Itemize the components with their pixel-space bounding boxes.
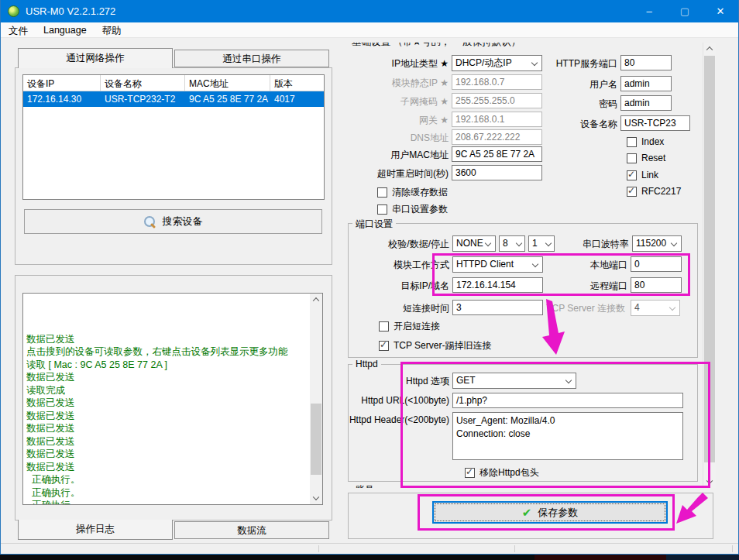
maximize-button[interactable]: ▢ (667, 0, 703, 22)
tcp-conn-count-select[interactable]: 4 (631, 300, 680, 316)
col-version[interactable]: 版本 (270, 75, 309, 91)
port-settings-title: 端口设置 (352, 218, 396, 231)
checkbox-icon[interactable] (627, 187, 637, 197)
tab-data-stream[interactable]: 数据流 (174, 521, 329, 539)
log-line: 数据已发送 (26, 333, 308, 346)
ip-type-label: IP地址类型 ★ (343, 57, 449, 70)
parity-select[interactable]: NONE (452, 235, 496, 252)
reboot-time-label: 超时重启时间(秒) (343, 167, 449, 180)
status-separator (514, 545, 515, 552)
tab-serial-operation[interactable]: 通过串口操作 (174, 50, 329, 67)
chevron-down-icon (545, 240, 552, 246)
password-field[interactable]: admin (620, 95, 672, 111)
menu-bar: 文件 Language 帮助 (1, 22, 738, 38)
chevron-down-icon (516, 240, 522, 246)
device-table-header[interactable]: 设备IP 设备名称 MAC地址 版本 (23, 75, 324, 91)
http-port-label: HTTP服务端口 (497, 57, 617, 70)
col-device-ip[interactable]: 设备IP (23, 75, 101, 91)
mac-label: 用户MAC地址 (343, 149, 449, 162)
log-line: 正确执行。 (26, 486, 308, 500)
chevron-down-icon (485, 240, 491, 246)
reset-checkbox[interactable]: Reset (627, 153, 665, 163)
settings-scroll-up[interactable] (703, 43, 716, 55)
col-mac[interactable]: MAC地址 (185, 75, 270, 91)
minimize-button[interactable]: – (631, 0, 667, 22)
clear-cache-label: 清除缓存数据 (392, 186, 448, 199)
status-bar (1, 543, 738, 554)
desktop-strip-red (534, 555, 666, 560)
status-separator (732, 545, 733, 552)
table-row-selected[interactable]: 172.16.14.30 USR-TCP232-T2 9C A5 25 8E 7… (23, 91, 324, 107)
menu-help[interactable]: 帮助 (95, 22, 129, 38)
index-checkbox[interactable]: Index (627, 136, 664, 147)
static-ip-label: 模块静态IP ★ (343, 77, 449, 90)
serial-setup-label: 串口设置参数 (392, 203, 448, 216)
log-scrollbar[interactable] (310, 294, 322, 504)
databits-select[interactable]: 8 (499, 235, 525, 252)
desktop: USR-M0 V2.2.1.272 – ▢ ✕ 文件 Language 帮助 通… (0, 0, 739, 560)
title-bar[interactable]: USR-M0 V2.2.1.272 – ▢ ✕ (1, 0, 738, 22)
baud-select[interactable]: 115200 (632, 235, 682, 252)
log-line: 读取 [ Mac : 9C A5 25 8E 77 2A ] (26, 359, 308, 372)
reset-label: Reset (641, 153, 665, 163)
chevron-down-icon (671, 240, 677, 246)
rfc2217-checkbox[interactable]: RFC2217 (627, 186, 681, 197)
checkbox-icon[interactable] (627, 170, 637, 180)
cell-version: 4017 (270, 91, 309, 107)
tab-operation-log[interactable]: 操作日志 (18, 520, 173, 540)
log-line: 数据已发送 (26, 397, 308, 410)
annotation-box-httpd (400, 362, 710, 488)
log-scroll-down[interactable] (310, 492, 322, 504)
serial-setup-checkbox[interactable]: 串口设置参数 (377, 203, 448, 216)
stopbits-select[interactable]: 1 (528, 235, 555, 252)
checkbox-icon[interactable] (377, 204, 387, 215)
link-checkbox[interactable]: Link (627, 170, 658, 180)
annotation-box-save (418, 494, 675, 531)
settings-panel: 基础设置 （带★号的， 一般保持默认） IP地址类型 ★ DHCP/动态IP 模… (342, 43, 716, 488)
window-title: USR-M0 V2.2.1.272 (26, 5, 115, 17)
kick-old-checkbox[interactable]: TCP Server-踢掉旧连接 (379, 339, 491, 352)
cell-mac: 9C A5 25 8E 77 2A (185, 91, 270, 107)
log-line: 点击搜到的设备可读取参数，右键点击设备列表显示更多功能 (26, 345, 308, 359)
dns-field[interactable]: 208.67.222.222 (452, 129, 542, 145)
status-separator (318, 545, 319, 552)
reboot-time-field[interactable]: 3600 (452, 165, 542, 180)
checkbox-icon[interactable] (627, 137, 637, 147)
log-scroll-up[interactable] (310, 294, 322, 306)
rfc2217-label: RFC2217 (641, 186, 681, 197)
log-line: 数据已发送 (26, 422, 308, 435)
next-section-label-clipped: 账号 (356, 483, 374, 488)
log-line: 数据已发送 (26, 448, 308, 461)
device-table[interactable]: 设备IP 设备名称 MAC地址 版本 172.16.14.30 USR-TCP2… (22, 74, 325, 200)
mac-field[interactable]: 9C A5 25 8E 77 2A (452, 146, 542, 162)
chevron-down-icon (669, 304, 675, 311)
link-label: Link (641, 170, 658, 180)
col-device-name[interactable]: 设备名称 (101, 75, 185, 91)
short-conn-checkbox[interactable]: 开启短连接 (379, 320, 440, 333)
http-port-field[interactable]: 80 (620, 55, 672, 70)
search-device-button[interactable]: 搜索设备 (24, 209, 322, 234)
log-output[interactable]: 数据已发送点击搜到的设备可读取参数，右键点击设备列表显示更多功能读取 [ Mac… (22, 293, 323, 505)
close-button[interactable]: ✕ (703, 0, 738, 22)
baud-label: 串口波特率 (552, 238, 629, 251)
subnet-label: 子网掩码 ★ (343, 95, 449, 108)
log-line: 数据已发送 (26, 410, 308, 423)
checkbox-icon[interactable] (377, 187, 387, 198)
short-conn-label: 开启短连接 (394, 320, 440, 333)
menu-file[interactable]: 文件 (1, 22, 36, 38)
kick-old-label: TCP Server-踢掉旧连接 (394, 339, 491, 352)
clear-cache-checkbox[interactable]: 清除缓存数据 (377, 186, 448, 199)
log-line: 正确执行。 (26, 473, 308, 486)
username-field[interactable]: admin (620, 76, 672, 91)
tab-network-operation[interactable]: 通过网络操作 (18, 48, 173, 68)
checkbox-icon[interactable] (379, 341, 389, 351)
log-scroll-thumb[interactable] (311, 404, 321, 475)
device-name-field[interactable]: USR-TCP23 (620, 115, 690, 131)
checkbox-icon[interactable] (627, 153, 637, 163)
app-window: USR-M0 V2.2.1.272 – ▢ ✕ 文件 Language 帮助 通… (0, 0, 739, 555)
username-label: 用户名 (497, 78, 617, 91)
checkbox-icon[interactable] (379, 321, 389, 332)
dns-label: DNS地址 (343, 132, 449, 145)
short-conn-time-label: 短连接时间 (350, 302, 449, 315)
menu-language[interactable]: Language (36, 22, 95, 38)
